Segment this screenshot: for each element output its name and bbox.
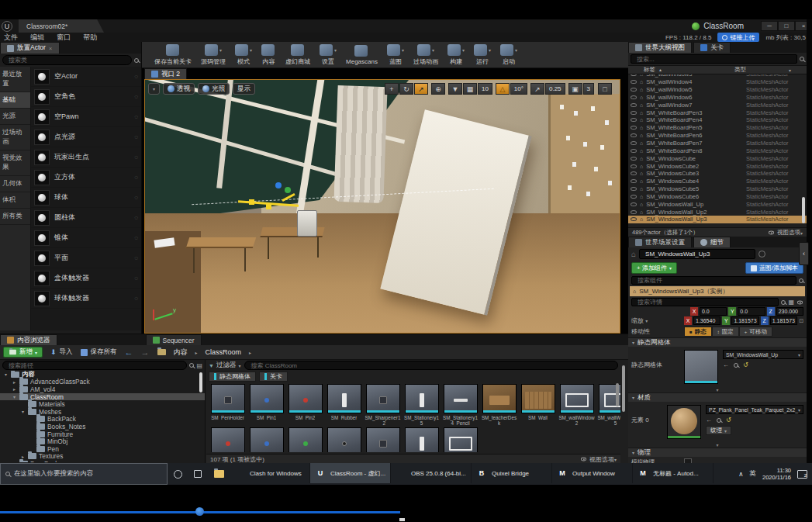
- toolbar-button[interactable]: ▾ 源码管理: [196, 43, 230, 67]
- assets-scrollbar[interactable]: [616, 383, 619, 406]
- lit-mode-button[interactable]: 光照: [198, 83, 230, 95]
- category-tab[interactable]: 体积: [0, 192, 30, 209]
- sources-toggle-icon[interactable]: ▤: [196, 362, 202, 369]
- gizmo-y-handle[interactable]: [285, 187, 291, 193]
- toolbar-button[interactable]: ▾ 模式: [230, 43, 257, 67]
- expand-arrow-icon[interactable]: ▾: [12, 394, 17, 399]
- visibility-eye-icon[interactable]: [631, 217, 637, 221]
- notification-icon[interactable]: 2: [797, 470, 807, 479]
- view-options-button[interactable]: 视图选项: [777, 229, 800, 237]
- outliner-row[interactable]: ⌂ SM_wallWindow7 StaticMeshActor: [628, 101, 807, 109]
- gizmo-handle[interactable]: [249, 199, 254, 205]
- scale-label[interactable]: 缩放 ▾: [631, 316, 682, 325]
- save-all-button[interactable]: 保存所有: [81, 347, 117, 357]
- grid-snap-button[interactable]: ▦: [463, 83, 477, 95]
- browse-icon[interactable]: [717, 418, 721, 423]
- import-button[interactable]: ⬇ 导入: [50, 347, 73, 357]
- outliner-row[interactable]: ⌂ SM_WindowsWall_Up2 StaticMeshActor: [628, 208, 807, 216]
- maximize-button[interactable]: □: [778, 21, 795, 31]
- use-selected-icon[interactable]: ←: [706, 417, 712, 423]
- visibility-eye-icon[interactable]: [631, 95, 637, 99]
- drag-grip-icon[interactable]: ◌: [134, 275, 138, 282]
- place-actor-item[interactable]: 球体 ◌: [31, 188, 141, 208]
- category-tab[interactable]: 所有类: [0, 209, 30, 225]
- expand-arrow-icon[interactable]: ▾: [3, 372, 9, 377]
- chevron-down-icon[interactable]: ▾: [402, 47, 404, 53]
- scale-tool-button[interactable]: ↗: [414, 83, 428, 95]
- drag-grip-icon[interactable]: ◌: [134, 174, 138, 181]
- toolbar-button[interactable]: ▾ 启动: [496, 43, 522, 67]
- viewport-tab[interactable]: 视口 2: [144, 68, 187, 79]
- outliner-row[interactable]: ⌂ SM_WhiteBoardPen7 StaticMeshActor: [628, 140, 807, 147]
- collapse-panel-button[interactable]: ‹: [799, 242, 809, 265]
- tree-folder[interactable]: ▾ 内容: [0, 371, 205, 379]
- place-actor-item[interactable]: 玩家出生点 ◌: [31, 147, 141, 168]
- place-actor-item[interactable]: 平面 ◌: [31, 248, 141, 268]
- search-assets-input[interactable]: [244, 361, 618, 370]
- gizmo-handle[interactable]: [266, 204, 271, 209]
- add-component-button[interactable]: + 添加组件▾: [631, 262, 677, 274]
- file-explorer-button[interactable]: [208, 463, 230, 485]
- physics-section-header[interactable]: ▾物理: [628, 448, 807, 457]
- outliner-row[interactable]: ⌂ SM_WindowsWall_Up StaticMeshActor: [628, 200, 807, 208]
- place-actor-item[interactable]: 圆柱体 ◌: [31, 208, 141, 228]
- grid-snap-value[interactable]: 10: [478, 83, 492, 95]
- visibility-eye-icon[interactable]: [631, 126, 637, 130]
- outliner-row[interactable]: ⌂ SM_wallWindow4 StaticMeshActor: [628, 78, 807, 86]
- drag-grip-icon[interactable]: ◌: [134, 254, 138, 261]
- lock-scale-icon[interactable]: ⊡: [799, 318, 803, 324]
- minimize-button[interactable]: ─: [761, 21, 778, 31]
- edit-circle-icon[interactable]: [758, 251, 765, 258]
- search-paths-input[interactable]: [2, 361, 187, 370]
- asset-tile[interactable]: [403, 427, 440, 452]
- expand-arrow-icon[interactable]: ▸: [12, 379, 17, 385]
- mobility-option[interactable]: ■ 静态: [684, 327, 712, 337]
- toolbar-button[interactable]: ▾ 构建: [443, 43, 469, 67]
- outliner-row[interactable]: ⌂ SM_WhiteBoardPen3 StaticMeshActor: [628, 109, 807, 116]
- cortana-button[interactable]: [168, 463, 188, 485]
- place-actor-item[interactable]: 球体触发器 ◌: [31, 289, 141, 309]
- place-actor-item[interactable]: 立方体 ◌: [31, 168, 141, 188]
- visibility-eye-icon[interactable]: [631, 133, 637, 137]
- expander-icon[interactable]: ▾: [628, 442, 807, 448]
- chevron-down-icon[interactable]: ▾: [515, 47, 517, 53]
- column-label[interactable]: 标签: [644, 66, 655, 74]
- asset-tile[interactable]: SM_Pin2: [287, 384, 323, 420]
- outliner-row[interactable]: ⌂ SM_WindowsCube3 StaticMeshActor: [628, 170, 807, 178]
- outliner-row[interactable]: ⌂ SM_WhiteBoardPen5 StaticMeshActor: [628, 124, 807, 132]
- outliner-row[interactable]: ⌂ SM_WindowsCube StaticMeshActor: [628, 154, 807, 162]
- use-selected-icon[interactable]: ←: [723, 361, 729, 368]
- static-mesh-thumbnail[interactable]: [684, 350, 718, 384]
- expander-icon[interactable]: ▾: [628, 387, 807, 392]
- toolbar-button[interactable]: 保存当前关卡: [150, 43, 196, 67]
- drag-grip-icon[interactable]: ◌: [134, 73, 138, 80]
- menu-item[interactable]: 文件: [4, 33, 18, 43]
- place-actor-item[interactable]: 锥体 ◌: [31, 228, 141, 248]
- camera-speed-button[interactable]: ▣: [568, 83, 582, 95]
- tree-folder[interactable]: ▾ Meshes: [0, 408, 205, 416]
- show-button[interactable]: 显示: [233, 83, 255, 95]
- category-tab[interactable]: 几何体: [0, 176, 30, 192]
- camera-speed-value[interactable]: 3: [583, 83, 594, 95]
- outliner-scrollbar[interactable]: [802, 197, 805, 223]
- surface-snap-button[interactable]: ▼: [448, 83, 462, 95]
- category-tab[interactable]: 最近放置: [0, 67, 30, 92]
- visibility-eye-icon[interactable]: [631, 202, 637, 206]
- scale-y[interactable]: 1.181573: [731, 316, 758, 325]
- outliner-row[interactable]: ⌂ SM_wallWindow3 StaticMeshActor: [628, 74, 807, 78]
- breadcrumb-current[interactable]: ClassRoom: [206, 348, 242, 356]
- scale-x[interactable]: 1.36540: [693, 316, 720, 325]
- visibility-eye-icon[interactable]: [631, 103, 637, 107]
- asset-tile[interactable]: SM_teacherDesk: [481, 384, 517, 426]
- clock[interactable]: 11:302020/11/16: [762, 467, 791, 481]
- taskbar-app-button[interactable]: U ClassRoom - 虚幻...: [310, 463, 391, 483]
- world-space-button[interactable]: ⊕: [431, 83, 445, 95]
- chevron-down-icon[interactable]: ▾: [489, 47, 491, 53]
- asset-tile[interactable]: SM_wallWindow2: [558, 384, 595, 426]
- toolbar-button[interactable]: 虚幻商城: [281, 43, 315, 67]
- visibility-eye-icon[interactable]: [631, 118, 637, 122]
- outliner-row[interactable]: ⌂ SM_WindowsCube5 StaticMeshActor: [628, 185, 807, 193]
- category-tab[interactable]: 过场动画: [0, 125, 30, 150]
- location-y[interactable]: 0.0: [738, 307, 765, 316]
- drag-grip-icon[interactable]: ◌: [134, 133, 138, 140]
